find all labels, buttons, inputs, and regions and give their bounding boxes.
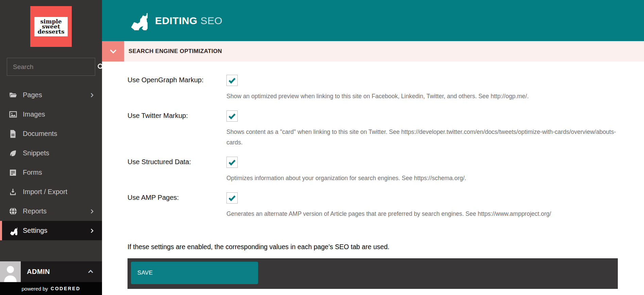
sidebar: simple sweet desserts Pages [0,0,102,295]
field-label: Use Twitter Markup: [128,110,226,148]
gears-icon [127,11,148,30]
sidebar-item-pages[interactable]: Pages [0,85,102,105]
search-input[interactable] [12,63,97,71]
chevron-down-icon [108,47,118,56]
sidebar-item-images[interactable]: Images [0,105,102,124]
field-structured-data: Use Structured Data: Optimizes informati… [128,157,618,184]
save-button[interactable]: SAVE [131,262,258,284]
chevron-right-icon [88,92,95,99]
document-icon [9,129,17,138]
form-content: Use OpenGraph Markup: Show an optimized … [102,62,644,289]
site-logo-text: simple sweet desserts [34,17,67,36]
sidebar-item-label: Forms [23,169,42,176]
gears-icon [9,226,17,235]
page-header: EDITINGSEO [102,0,644,41]
twitter-checkbox[interactable] [226,110,238,122]
import-icon [9,188,17,196]
sidebar-item-settings[interactable]: Settings [0,221,102,240]
folder-icon [9,91,17,100]
check-icon [227,111,237,121]
powered-by-prefix: powered by [21,286,48,292]
section-title: SEARCH ENGINE OPTIMIZATION [129,48,222,55]
check-icon [227,158,237,167]
form-footer: SAVE [128,258,618,289]
field-label: Use AMP Pages: [128,192,226,219]
sidebar-item-label: Images [23,110,45,118]
globe-icon [9,207,17,216]
sidebar-item-snippets[interactable]: Snippets [0,143,102,163]
section-collapse-button[interactable] [102,41,124,62]
field-help: Shows content as a "card" when linking t… [226,127,618,148]
image-icon [9,110,17,119]
sidebar-item-label: Import / Export [23,188,67,196]
sidebar-nav: Pages Images [0,85,102,240]
powered-by-link[interactable]: powered by CodeRed [0,282,102,295]
chevron-right-icon [88,227,95,234]
field-help: Optimizes information about your organiz… [226,173,466,184]
check-icon [227,193,237,203]
sidebar-item-reports[interactable]: Reports [0,202,102,221]
sidebar-item-forms[interactable]: Forms [0,163,102,182]
leaf-icon [9,149,17,158]
sidebar-item-label: Documents [23,130,57,138]
site-logo[interactable]: simple sweet desserts [30,6,72,47]
section-header: SEARCH ENGINE OPTIMIZATION [102,41,644,62]
field-help: Show an optimized preview when linking t… [226,91,529,102]
sidebar-search [7,58,95,76]
field-help: Generates an alternate AMP version of Ar… [226,209,551,219]
sidebar-item-label: Pages [23,91,42,99]
field-label: Use Structured Data: [128,157,226,184]
user-name: ADMIN [27,268,50,276]
structured-data-checkbox[interactable] [226,157,238,168]
field-opengraph: Use OpenGraph Markup: Show an optimized … [128,75,618,102]
sidebar-item-documents[interactable]: Documents [0,124,102,143]
sidebar-item-import-export[interactable]: Import / Export [0,182,102,202]
sidebar-item-label: Settings [23,227,47,235]
settings-note: If these settings are enabled, the corre… [128,243,618,251]
sidebar-item-label: Snippets [23,149,49,157]
field-label: Use OpenGraph Markup: [128,75,226,102]
chevron-up-icon [87,268,95,276]
field-twitter: Use Twitter Markup: Shows content as a "… [128,110,618,148]
account-menu[interactable]: ADMIN [0,261,102,282]
amp-pages-checkbox[interactable] [226,192,238,204]
main-area: EDITINGSEO SEARCH ENGINE OPTIMIZATION Us… [102,0,644,295]
field-amp-pages: Use AMP Pages: Generates an alternate AM… [128,192,618,219]
forms-icon [9,168,17,177]
avatar [0,261,21,282]
sidebar-item-label: Reports [23,207,47,215]
page-title: EDITINGSEO [155,15,222,27]
chevron-right-icon [88,208,95,215]
codered-logo: CodeRed [51,286,81,291]
opengraph-checkbox[interactable] [226,75,238,86]
check-icon [227,76,237,85]
